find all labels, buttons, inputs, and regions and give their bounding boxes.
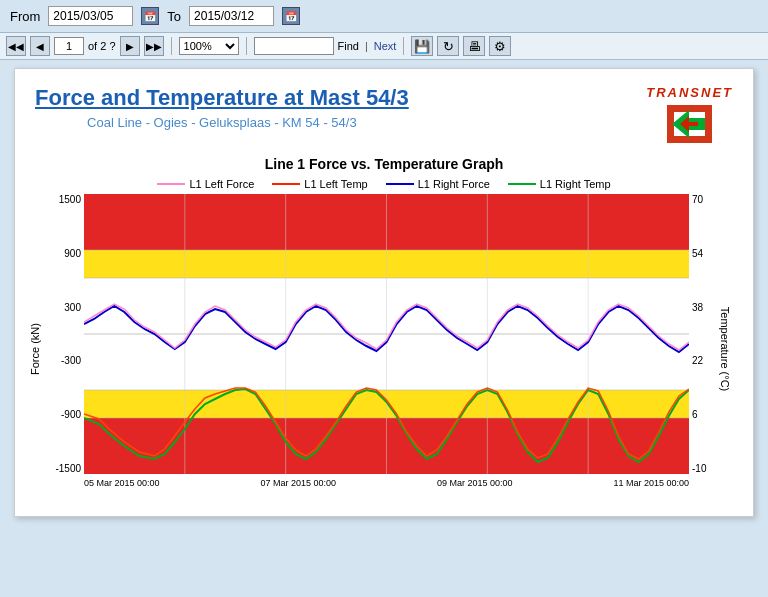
- find-label: Find: [338, 40, 359, 52]
- chart-title: Line 1 Force vs. Temperature Graph: [35, 156, 733, 172]
- transnet-logo-icon: [662, 100, 717, 148]
- report-subtitle: Coal Line - Ogies - Geluksplaas - KM 54 …: [35, 115, 409, 130]
- first-page-button[interactable]: ◀◀: [6, 36, 26, 56]
- top-bar: From 📅 To 📅: [0, 0, 768, 33]
- from-label: From: [10, 9, 40, 24]
- x-label-1: 07 Mar 2015 00:00: [260, 478, 336, 488]
- x-label-2: 09 Mar 2015 00:00: [437, 478, 513, 488]
- next-label[interactable]: Next: [374, 40, 397, 52]
- to-date-input[interactable]: [189, 6, 274, 26]
- y-axis-left: 1500 900 300 -300 -900 -1500: [39, 194, 84, 474]
- from-date-input[interactable]: [48, 6, 133, 26]
- prev-page-button[interactable]: ◀: [30, 36, 50, 56]
- x-axis: 05 Mar 2015 00:00 07 Mar 2015 00:00 09 M…: [84, 474, 689, 504]
- from-calendar-icon[interactable]: 📅: [141, 7, 159, 25]
- x-label-0: 05 Mar 2015 00:00: [84, 478, 160, 488]
- last-page-button[interactable]: ▶▶: [144, 36, 164, 56]
- transnet-text: TRANSNET: [646, 85, 733, 100]
- settings-button[interactable]: ⚙: [489, 36, 511, 56]
- next-page-button[interactable]: ▶: [120, 36, 140, 56]
- content-area: Force and Temperature at Mast 54/3 Coal …: [0, 60, 768, 525]
- report-header: Force and Temperature at Mast 54/3 Coal …: [35, 85, 733, 148]
- x-label-3: 11 Mar 2015 00:00: [613, 478, 689, 488]
- legend-l1-right-temp: L1 Right Temp: [508, 178, 611, 190]
- legend-line-l1-right-temp: [508, 183, 536, 185]
- legend-line-l1-right-force: [386, 183, 414, 185]
- legend-l1-right-force: L1 Right Force: [386, 178, 490, 190]
- y-left-axis-label: Force (kN): [29, 323, 41, 375]
- y-right-axis-label: Temperature (°C): [719, 307, 731, 391]
- find-input[interactable]: [254, 37, 334, 55]
- export-button[interactable]: 💾: [411, 36, 433, 56]
- legend-l1-left-temp: L1 Left Temp: [272, 178, 367, 190]
- legend-l1-left-force: L1 Left Force: [157, 178, 254, 190]
- legend-label-l1-left-force: L1 Left Force: [189, 178, 254, 190]
- chart-svg: [84, 194, 689, 474]
- page-number-input[interactable]: [54, 37, 84, 55]
- toolbar: ◀◀ ◀ of 2 ? ▶ ▶▶ 100% 50% 75% 125% 150% …: [0, 33, 768, 60]
- chart-legend: L1 Left Force L1 Left Temp L1 Right Forc…: [35, 178, 733, 190]
- zoom-select[interactable]: 100% 50% 75% 125% 150% 200%: [179, 37, 239, 55]
- separator-1: [171, 37, 172, 55]
- chart-plot: [84, 194, 689, 474]
- print-button[interactable]: 🖶: [463, 36, 485, 56]
- refresh-button[interactable]: ↻: [437, 36, 459, 56]
- chart-container: Line 1 Force vs. Temperature Graph L1 Le…: [35, 156, 733, 504]
- page-total: of 2 ?: [88, 40, 116, 52]
- separator-3: [403, 37, 404, 55]
- legend-line-l1-left-force: [157, 183, 185, 185]
- to-calendar-icon[interactable]: 📅: [282, 7, 300, 25]
- separator-2: [246, 37, 247, 55]
- chart-area: 1500 900 300 -300 -900 -1500 70 54 38 22…: [39, 194, 729, 504]
- report-title: Force and Temperature at Mast 54/3: [35, 85, 409, 111]
- legend-label-l1-left-temp: L1 Left Temp: [304, 178, 367, 190]
- transnet-logo: TRANSNET: [646, 85, 733, 148]
- to-label: To: [167, 9, 181, 24]
- report-title-block: Force and Temperature at Mast 54/3 Coal …: [35, 85, 409, 130]
- legend-label-l1-right-force: L1 Right Force: [418, 178, 490, 190]
- legend-label-l1-right-temp: L1 Right Temp: [540, 178, 611, 190]
- legend-line-l1-left-temp: [272, 183, 300, 185]
- report-page: Force and Temperature at Mast 54/3 Coal …: [14, 68, 754, 517]
